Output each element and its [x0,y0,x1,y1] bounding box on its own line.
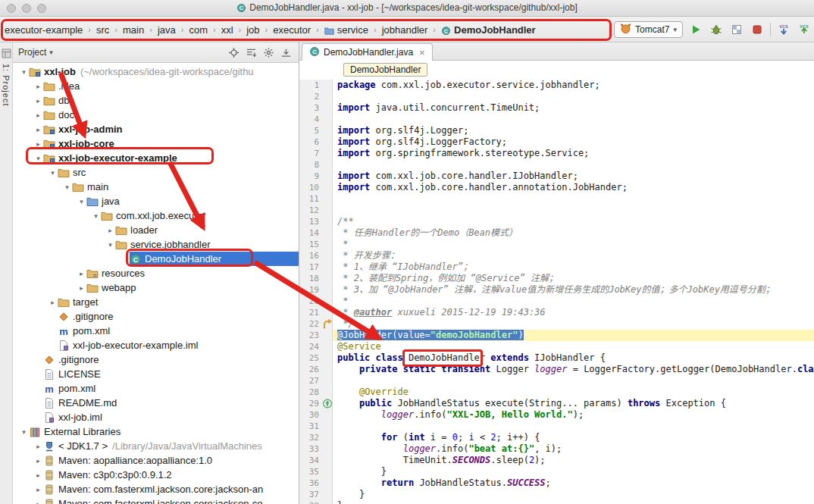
tree-item-db[interactable]: ▸db [13,93,299,108]
tree-item-xxl-job[interactable]: ▾xxl-job(~/workspaces/idea-git-workspace… [13,64,299,79]
chevron-collapsed-icon[interactable]: ▸ [33,83,43,90]
chevron-collapsed-icon[interactable]: ▸ [33,126,43,133]
chevron-collapsed-icon[interactable]: ▸ [77,270,86,277]
chevron-collapsed-icon[interactable]: ▸ [33,457,43,465]
tree-item-xxl-job-core[interactable]: ▸xxl-job-core [13,136,299,151]
code-line-6[interactable]: 6import org.slf4j.LoggerFactory; [299,136,814,148]
code-line-4[interactable]: 4 [299,114,814,125]
run-button[interactable] [688,22,703,37]
chevron-collapsed-icon[interactable]: ▸ [33,140,43,148]
code-line-7[interactable]: 7import org.springframework.stereotype.S… [299,148,814,159]
tree-item-xxl-job.iml[interactable]: xxl-job.iml [13,410,299,424]
breadcrumb-item-executor-example[interactable]: executor-example [2,23,86,37]
tree-item-main[interactable]: ▾main [13,180,299,194]
code-line-30[interactable]: 30 logger.info("XXL-JOB, Hello World."); [299,409,814,421]
code-line-18[interactable]: 18 * 2、装配到Spring，例如加 “@Service” 注解； [299,273,814,284]
breadcrumb-item-jobhandler[interactable]: jobhandler [379,23,431,37]
tree-item-xxl-job-executor-example.iml[interactable]: xxl-job-executor-example.iml [13,338,299,352]
code-line-5[interactable]: 5import org.slf4j.Logger; [299,125,814,136]
code-line-11[interactable]: 11 [299,193,814,205]
code-line-24[interactable]: 24@Service [299,341,814,352]
code-line-20[interactable]: 20 * [299,296,814,307]
chevron-collapsed-icon[interactable]: ▸ [33,500,43,504]
tree-item-loader[interactable]: ▸loader [13,223,299,237]
tree-item-webapp[interactable]: ▸webapp [13,280,299,295]
code-line-8[interactable]: 8 [299,159,814,171]
chevron-expanded-icon[interactable]: ▾ [48,169,58,177]
chevron-expanded-icon[interactable]: ▾ [77,198,86,205]
breadcrumb-item-com[interactable]: com [186,23,211,37]
collapse-all-icon[interactable] [244,45,258,59]
code-line-9[interactable]: 9import com.xxl.job.core.handler.IJobHan… [299,171,814,182]
tool-window-tab-project[interactable]: 1: Project [2,64,11,106]
chevron-collapsed-icon[interactable]: ▸ [33,443,43,450]
code-line-35[interactable]: 35 } [299,466,814,477]
chevron-expanded-icon[interactable]: ▾ [33,155,43,162]
code-line-26[interactable]: 26 private static transient Logger logge… [299,364,814,375]
code-line-14[interactable]: 14 * 任务Handler的一个Demo（Bean模式） [299,227,814,239]
close-tab-icon[interactable]: × [419,47,425,58]
tree-item-xxl-job-executor-example[interactable]: ▾xxl-job-executor-example [13,151,299,165]
code-line-15[interactable]: 15 * [299,239,814,250]
breadcrumb-item-src[interactable]: src [93,23,112,37]
editor-breadcrumb-tag[interactable]: DemoJobHandler [343,63,427,77]
code-line-34[interactable]: 34 TimeUnit.SECONDS.sleep(2); [299,455,814,466]
breadcrumb-item-executor[interactable]: executor [270,23,314,37]
code-line-32[interactable]: 32 for (int i = 0; i < 2; i++) { [299,432,814,443]
code-line-36[interactable]: 36 return JobHandleStatus.SUCCESS; [299,477,814,489]
code-line-28[interactable]: 28 @Override [299,387,814,398]
code-line-25[interactable]: 25public class DemoJobHandler extends IJ… [299,352,814,364]
vcs-commit-button[interactable]: VCS [797,22,812,37]
tree-item-doc[interactable]: ▸doc [13,108,299,122]
breadcrumb-item-demojobhandler[interactable]: CDemoJobHandler [438,23,539,37]
run-configuration-select[interactable]: Tomcat7 ▾ [614,21,683,38]
tree-item-src[interactable]: ▾src [13,165,299,180]
tree-item-DemoJobHandler[interactable]: CDemoJobHandler [13,252,299,266]
code-line-16[interactable]: 16 * 开发步骤： [299,250,814,261]
tree-item-java[interactable]: ▾java [13,194,299,208]
chevron-expanded-icon[interactable]: ▾ [19,68,29,76]
code-line-10[interactable]: 10import com.xxl.job.core.handler.annota… [299,182,814,193]
tree-item-com.xxl.job.executor[interactable]: ▾com.xxl.job.executor [13,208,299,223]
code-line-12[interactable]: 12 [299,205,814,216]
code-line-2[interactable]: 2 [299,91,814,102]
chevron-expanded-icon[interactable]: ▾ [91,212,101,220]
code-line-37[interactable]: 37 } [299,489,814,500]
tree-item-LICENSE[interactable]: LICENSE [13,367,299,381]
gear-icon[interactable] [261,45,276,59]
tree-item-Maven-com.fasterxml.jackson.core-jackson-an[interactable]: ▸Maven: com.fasterxml.jackson.core:jacks… [13,482,299,496]
coverage-button[interactable] [729,22,744,37]
stop-button[interactable] [750,22,765,37]
tree-item-Maven-aopalliance-aopalliance-1.0[interactable]: ▸Maven: aopalliance:aopalliance:1.0 [13,453,299,468]
tree-item-Maven-com.fasterxml.jackson.core-jackson-co[interactable]: ▸Maven: com.fasterxml.jackson.core:jacks… [13,496,299,504]
code-line-3[interactable]: 3import java.util.concurrent.TimeUnit; [299,102,814,114]
debug-button[interactable] [709,22,724,37]
chevron-collapsed-icon[interactable]: ▸ [33,111,43,119]
tree-item-.gitignore[interactable]: .gitignore [13,309,299,324]
chevron-collapsed-icon[interactable]: ▸ [105,227,115,234]
code-line-17[interactable]: 17 * 1、继承 “IJobHandler”； [299,261,814,273]
code-line-13[interactable]: 13/** [299,216,814,227]
tree-item-service.jobhandler[interactable]: ▾service.jobhandler [13,237,299,252]
tree-item-.idea[interactable]: ▸.idea [13,79,299,93]
tree-item-resources[interactable]: ▸resources [13,266,299,280]
code-line-38[interactable]: 38} [299,500,814,504]
chevron-collapsed-icon[interactable]: ▸ [48,299,58,306]
project-view-select[interactable]: Project [18,47,46,58]
tree-item-target[interactable]: ▸target [13,295,299,309]
breadcrumb-item-xxl[interactable]: xxl [218,23,236,37]
chevron-collapsed-icon[interactable]: ▸ [77,284,86,292]
breadcrumb-item-job[interactable]: job [243,23,262,37]
code-line-21[interactable]: 21 * @author xuxueli 2015-12-19 19:43:36 [299,307,814,318]
breadcrumb-item-java[interactable]: java [155,23,179,37]
tree-item-README.md[interactable]: README.md [13,396,299,410]
breadcrumb-item-main[interactable]: main [120,23,147,37]
arrow-gutter-icon[interactable] [322,318,333,330]
locate-icon[interactable] [227,45,241,59]
tree-item-pom.xml[interactable]: mpom.xml [13,381,299,396]
chevron-collapsed-icon[interactable]: ▸ [33,471,43,479]
code-line-29[interactable]: 29 public JobHandleStatus execute(String… [299,398,814,409]
override-gutter-icon[interactable] [322,398,333,409]
tree-item-pom.xml[interactable]: mpom.xml [13,324,299,338]
breadcrumb-item-service[interactable]: service [321,23,371,37]
